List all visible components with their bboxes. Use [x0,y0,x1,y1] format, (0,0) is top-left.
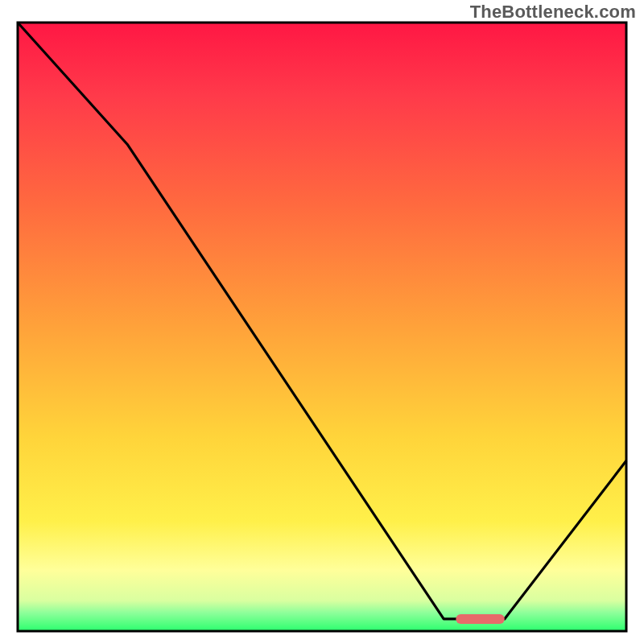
chart-container: TheBottleneck.com [0,0,644,644]
optimal-range-marker [456,614,505,624]
bottleneck-chart [0,0,644,644]
plot-background [18,23,626,631]
